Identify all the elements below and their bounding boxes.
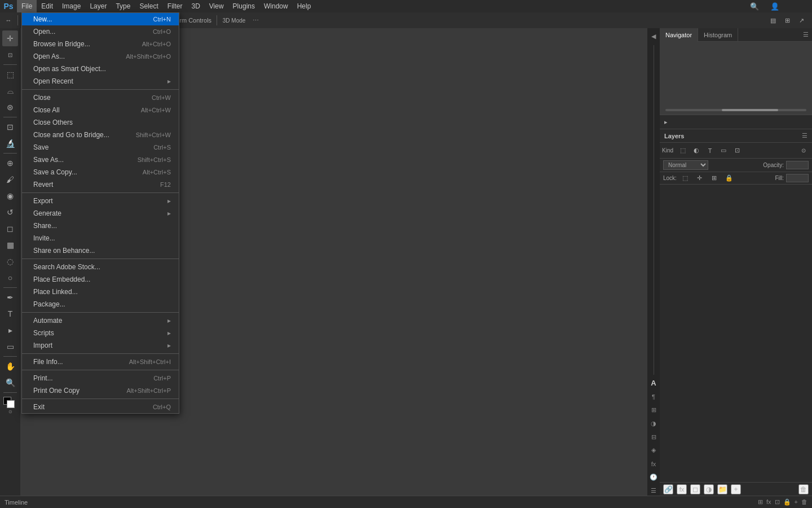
paragraph-icon[interactable]: ¶ xyxy=(648,392,659,402)
lock-artboard-btn[interactable]: ⊞ xyxy=(708,172,721,185)
menu-3d[interactable]: 3D xyxy=(187,0,204,12)
move-tool[interactable]: ✛ xyxy=(2,30,18,46)
status-icon-3[interactable]: ⊡ xyxy=(775,498,780,506)
filter-active-toggle[interactable]: ⊙ xyxy=(797,144,810,157)
collapse-panel-icon[interactable]: ◀ xyxy=(648,32,659,42)
menu-help[interactable]: Help xyxy=(293,0,316,12)
add-mask-btn[interactable]: ◻ xyxy=(690,484,700,494)
dd-item-place_embedded___[interactable]: Place Embedded... xyxy=(22,273,179,286)
filter-adjustment[interactable]: ◐ xyxy=(690,144,703,157)
dodge-tool[interactable]: ○ xyxy=(2,270,18,286)
path-select-tool[interactable]: ▸ xyxy=(2,322,18,338)
dd-item-new___[interactable]: New...Ctrl+N xyxy=(22,13,179,25)
status-icon-1[interactable]: ⊞ xyxy=(758,498,763,506)
menu-edit[interactable]: Edit xyxy=(37,0,58,12)
dd-item-open___[interactable]: Open...Ctrl+O xyxy=(22,25,179,38)
dd-item-invite___[interactable]: Invite... xyxy=(22,232,179,244)
crop-tool[interactable]: ⊡ xyxy=(2,119,18,135)
shape-tool[interactable]: ▭ xyxy=(2,339,18,354)
link-layers-btn[interactable]: 🔗 xyxy=(663,484,673,494)
fill-input[interactable] xyxy=(786,174,809,182)
status-icon-4[interactable]: 🔒 xyxy=(783,498,791,506)
dd-item-save_as___[interactable]: Save As...Shift+Ctrl+S xyxy=(22,154,179,166)
healing-tool[interactable]: ⊕ xyxy=(2,155,18,171)
status-icon-6[interactable]: 🗑 xyxy=(801,498,807,506)
nav-zoom-slider[interactable] xyxy=(665,109,806,111)
dd-item-close_and_go_to_bridge___[interactable]: Close and Go to Bridge...Shift+Ctrl+W xyxy=(22,129,179,141)
eyedropper-tool[interactable]: 🔬 xyxy=(2,135,18,151)
layers-panel-menu[interactable]: ☰ xyxy=(802,132,807,139)
history-icon[interactable]: 🕐 xyxy=(648,472,659,482)
dd-item-print_one_copy[interactable]: Print One CopyAlt+Shift+Ctrl+P xyxy=(22,384,179,397)
layer-effects-btn[interactable]: fx xyxy=(677,484,687,494)
lock-pixels-btn[interactable]: ⬚ xyxy=(679,172,691,185)
dd-item-share___[interactable]: Share... xyxy=(22,220,179,232)
history-brush[interactable]: ↺ xyxy=(2,204,18,220)
dd-item-close_all[interactable]: Close AllAlt+Ctrl+W xyxy=(22,104,179,116)
table-icon[interactable]: ⊟ xyxy=(648,432,659,442)
hand-tool[interactable]: ✋ xyxy=(2,358,18,374)
dd-item-close[interactable]: CloseCtrl+W xyxy=(22,91,179,104)
user-icon-menubar[interactable]: 👤 xyxy=(766,0,784,12)
blend-mode-select[interactable]: Normal xyxy=(663,160,708,170)
foreground-background-colors[interactable] xyxy=(3,397,17,408)
tab-histogram[interactable]: Histogram xyxy=(698,28,738,42)
panel-menu-btn[interactable]: ☰ xyxy=(803,31,809,38)
delete-layer-btn[interactable]: 🗑 xyxy=(798,484,809,494)
menu-filter[interactable]: Filter xyxy=(163,0,187,12)
dd-item-print___[interactable]: Print...Ctrl+P xyxy=(22,372,179,384)
filter-pixel[interactable]: ⬚ xyxy=(677,144,689,157)
dd-item-open_as___[interactable]: Open As...Alt+Shift+Ctrl+O xyxy=(22,50,179,63)
clone-tool[interactable]: ◉ xyxy=(2,188,18,204)
filter-smart-obj[interactable]: ⊡ xyxy=(731,144,743,157)
artboard-tool[interactable]: ⊡ xyxy=(2,47,18,63)
new-group-btn[interactable]: 📁 xyxy=(717,484,727,494)
share-btn[interactable]: ↗ xyxy=(795,14,807,27)
workspaces[interactable]: ⊞ xyxy=(781,14,793,27)
lock-all-btn[interactable]: 🔒 xyxy=(723,172,735,185)
adjustments-icon[interactable]: ◑ xyxy=(648,418,659,428)
brush-tool[interactable]: 🖌 xyxy=(2,172,18,187)
gradient-tool[interactable]: ▦ xyxy=(2,237,18,253)
menu-select[interactable]: Select xyxy=(135,0,162,12)
menu-image[interactable]: Image xyxy=(58,0,85,12)
menu-window[interactable]: Window xyxy=(259,0,293,12)
panel-section-header-1[interactable]: ▸ xyxy=(660,115,812,129)
arrange-windows[interactable]: ▤ xyxy=(767,14,779,27)
channels-icon[interactable]: ◈ xyxy=(648,445,659,456)
new-layer-btn[interactable]: + xyxy=(731,484,741,494)
text-panel-icon[interactable]: A xyxy=(648,378,659,388)
dd-item-save_a_copy___[interactable]: Save a Copy...Alt+Ctrl+S xyxy=(22,166,179,178)
dd-item-open_recent[interactable]: Open Recent▸ xyxy=(22,75,179,87)
dd-item-place_linked___[interactable]: Place Linked... xyxy=(22,286,179,298)
quick-select-tool[interactable]: ⊛ xyxy=(2,99,18,115)
dd-item-automate[interactable]: Automate▸ xyxy=(22,314,179,327)
status-icon-5[interactable]: + xyxy=(795,498,798,506)
dd-item-exit[interactable]: ExitCtrl+Q xyxy=(22,401,179,413)
lasso-tool[interactable]: ⌓ xyxy=(2,83,18,99)
quick-mask-btn[interactable]: ⊙ xyxy=(8,409,12,414)
move-tool-options[interactable]: ↔ xyxy=(2,14,15,27)
menu-file[interactable]: File xyxy=(17,0,37,12)
dd-item-import[interactable]: Import▸ xyxy=(22,339,179,352)
search-icon-menubar[interactable]: 🔍 xyxy=(745,0,764,12)
eraser-tool[interactable]: ◻ xyxy=(2,221,18,237)
tab-navigator[interactable]: Navigator xyxy=(660,28,698,42)
dd-item-open_as_smart_object___[interactable]: Open as Smart Object... xyxy=(22,63,179,75)
filter-shape[interactable]: ▭ xyxy=(717,144,730,157)
lock-position-btn[interactable]: ✛ xyxy=(694,172,706,185)
filter-type[interactable]: T xyxy=(704,144,716,157)
extra-options[interactable]: ⋯ xyxy=(249,14,262,27)
blur-tool[interactable]: ◌ xyxy=(2,253,18,269)
opacity-input[interactable] xyxy=(786,161,809,169)
dd-item-browse_in_bridge___[interactable]: Browse in Bridge...Alt+Ctrl+O xyxy=(22,38,179,50)
dd-item-share_on_behance___[interactable]: Share on Behance... xyxy=(22,244,179,257)
dd-item-save[interactable]: SaveCtrl+S xyxy=(22,141,179,154)
dd-item-revert[interactable]: RevertF12 xyxy=(22,178,179,191)
swatches-icon[interactable]: ⊞ xyxy=(648,405,659,415)
type-tool[interactable]: T xyxy=(2,306,18,322)
menu-plugins[interactable]: Plugins xyxy=(228,0,259,12)
dd-item-close_others[interactable]: Close Others xyxy=(22,116,179,129)
properties-icon[interactable]: ☰ xyxy=(648,485,659,496)
menu-layer[interactable]: Layer xyxy=(85,0,111,12)
